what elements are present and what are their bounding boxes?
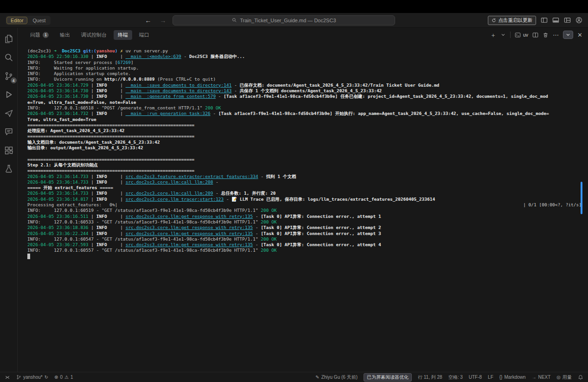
cursor-position-label: 行 11, 列 28 (418, 374, 442, 381)
titlebar-layout-controls (541, 17, 582, 24)
problems-badge: 1 (43, 32, 49, 38)
new-terminal-button[interactable]: ＋ (490, 32, 496, 38)
braces-icon: {} (499, 375, 503, 380)
main-area: 4 问题 1 (0, 28, 588, 372)
next-label: NEXT (538, 375, 551, 380)
problems-summary[interactable]: ⊗ 0 ⚠ 1 (54, 375, 73, 380)
encoding-setting[interactable]: UTF-8 (469, 375, 482, 380)
terminal-icon (515, 32, 521, 38)
restore-panel-button[interactable] (563, 31, 573, 39)
scm-badge: 4 (11, 77, 17, 83)
more-actions-icon[interactable]: ⋯ (553, 32, 559, 38)
search-icon (4, 53, 13, 62)
mode-tab-editor[interactable]: Editor (6, 17, 27, 24)
close-panel-icon[interactable]: ✕ (577, 32, 582, 38)
activity-search[interactable] (3, 52, 14, 63)
toggle-sidebar-icon[interactable] (541, 17, 548, 24)
activity-run-debug[interactable] (3, 89, 14, 100)
activity-explorer[interactable] (3, 33, 14, 45)
remote-icon (5, 375, 10, 380)
language-mode[interactable]: {} Markdown (499, 375, 526, 380)
activity-bar: 4 (0, 28, 18, 372)
panel-header: 问题 1 输出 调试控制台 终端 端口 (18, 28, 588, 42)
refresh-icon (492, 18, 496, 23)
extensions-icon (4, 146, 13, 155)
usage-item[interactable]: ◎ 用量 (556, 374, 572, 381)
status-bar: yanshou* ↻ ⊗ 0 ⚠ 1 ✎ Zhiyu Gu (6 天前) 已为屏… (0, 372, 588, 382)
tab-label: 端口 (139, 32, 149, 38)
usage-label: 用量 (562, 374, 572, 381)
nav-forward-button[interactable]: → (158, 17, 168, 24)
sync-icon: ↻ (45, 375, 48, 380)
scrollbar-thumb[interactable] (581, 182, 582, 214)
cursor-position[interactable]: 行 11, 列 28 (418, 374, 442, 381)
window-title: Train_Ticket_User_Guide.md — Doc2SC3 (240, 18, 336, 23)
commit-author-icon: ✎ (315, 375, 319, 380)
indentation-setting[interactable]: 空格: 3 (448, 374, 463, 381)
kill-terminal-trash-icon[interactable] (543, 32, 549, 38)
encoding-label: UTF-8 (469, 375, 482, 380)
tab-label: 问题 (30, 32, 40, 38)
update-label: 点击重启以更新 (499, 17, 533, 24)
status-right: ✎ Zhiyu Gu (6 天前) 已为屏幕阅读器优化 行 11, 列 28 空… (315, 373, 583, 382)
terminal-name: uv (523, 32, 528, 38)
language-label: Markdown (504, 375, 525, 380)
terminal-output: (doc2sc3) ➜ Doc2SC3 git:(yanshou) ✗ uv r… (18, 42, 588, 259)
activity-remote-explorer[interactable] (3, 108, 14, 119)
system-menubar-strip (0, 0, 588, 13)
arrow-right-icon: → (532, 375, 537, 380)
activity-extensions[interactable] (3, 145, 14, 156)
mode-tab-quest[interactable]: Quest (28, 17, 50, 24)
panel-tabs: 问题 1 输出 调试控制台 终端 端口 (26, 30, 153, 40)
notifications-item[interactable] (578, 375, 583, 380)
activity-testing[interactable] (3, 163, 14, 174)
blame-label: Zhiyu Gu (6 天前) (321, 374, 358, 381)
account-icon[interactable] (575, 17, 582, 24)
eol-setting[interactable]: LF (488, 375, 493, 380)
panel-tab-output[interactable]: 输出 (56, 30, 74, 40)
mode-toggle: Editor Quest (6, 16, 51, 25)
panel-tab-terminal[interactable]: 终端 (114, 30, 132, 40)
split-terminal-icon[interactable] (532, 32, 538, 38)
eol-label: LF (488, 375, 493, 380)
bell-icon (578, 375, 583, 380)
warning-count: 1 (70, 375, 73, 380)
error-icon: ⊗ (54, 375, 58, 380)
error-count: 0 (60, 375, 63, 380)
status-left: yanshou* ↻ ⊗ 0 ⚠ 1 (5, 375, 73, 380)
application-window: Editor Quest ← → Train_Ticket_User_Guide… (0, 0, 588, 382)
customize-layout-icon[interactable] (564, 17, 571, 24)
beaker-icon (4, 164, 13, 173)
terminal-view[interactable]: (doc2sc3) ➜ Doc2SC3 git:(yanshou) ✗ uv r… (18, 42, 588, 372)
command-center-search[interactable]: Train_Ticket_User_Guide.md — Doc2SC3 (173, 15, 395, 25)
panel-actions: ＋ uv ⋯ ✕ (490, 31, 582, 39)
panel-tab-ports[interactable]: 端口 (135, 30, 153, 40)
branch-icon (16, 375, 21, 380)
remote-indicator[interactable] (5, 375, 10, 380)
nav-back-button[interactable]: ← (143, 17, 153, 24)
toggle-panel-icon[interactable] (552, 17, 559, 24)
restart-to-update-button[interactable]: 点击重启以更新 (488, 16, 537, 25)
screen-reader-optimized-button[interactable]: 已为屏幕阅读器优化 (364, 373, 412, 382)
panel-actions-divider (510, 32, 511, 38)
tab-next-item[interactable]: → NEXT (532, 375, 551, 380)
chevron-down-icon (565, 32, 571, 38)
panel-tab-debug-console[interactable]: 调试控制台 (77, 30, 111, 40)
gauge-icon: ◎ (556, 375, 561, 380)
terminal-profile-dropdown-icon[interactable] (500, 32, 506, 38)
run-debug-icon (4, 90, 13, 99)
activity-chat[interactable] (3, 126, 14, 137)
window-titlebar: Editor Quest ← → Train_Ticket_User_Guide… (0, 13, 588, 28)
screen-reader-label: 已为屏幕阅读器优化 (367, 374, 409, 381)
warning-icon: ⚠ (64, 375, 69, 380)
branch-label: yanshou* (23, 375, 43, 380)
git-branch-item[interactable]: yanshou* ↻ (16, 375, 48, 380)
terminal-tab-uv[interactable]: uv (515, 32, 528, 38)
activity-source-control[interactable]: 4 (3, 70, 14, 82)
tab-label: 调试控制台 (81, 32, 107, 38)
tab-label: 输出 (60, 32, 70, 38)
panel-tab-problems[interactable]: 问题 1 (26, 30, 53, 40)
git-blame-item[interactable]: ✎ Zhiyu Gu (6 天前) (315, 374, 358, 381)
remote-explorer-icon (4, 108, 13, 118)
tab-label: 终端 (118, 32, 128, 38)
